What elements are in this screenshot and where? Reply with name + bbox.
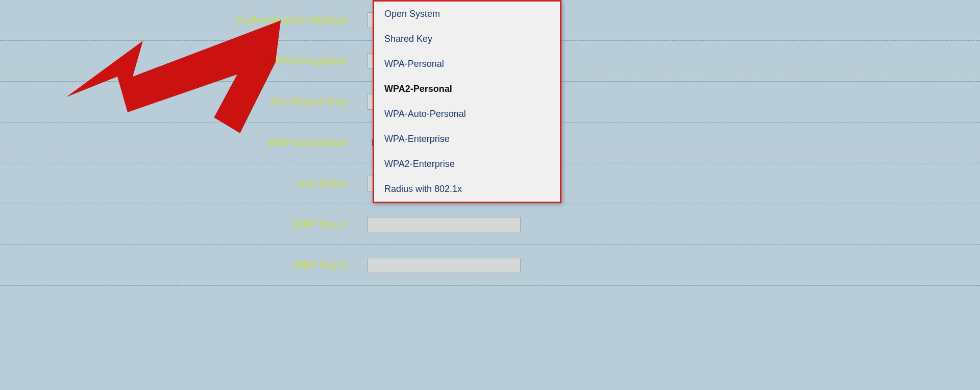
- control-wep-key-2: [357, 253, 980, 278]
- key-index-text: Key Index: [299, 178, 347, 189]
- label-authentication-method: Authentication Method: [0, 14, 357, 26]
- row-wep-key-1: WEP Key 1: [0, 204, 980, 245]
- dropdown-item-7[interactable]: Radius with 802.1x: [374, 177, 560, 202]
- wep-key-1-text: WEP Key 1: [294, 218, 347, 230]
- pre-shared-key-text: Pre-Shared Key: [271, 96, 347, 107]
- row-wep-key-2: WEP Key 2: [0, 245, 980, 286]
- label-wep-key-1: WEP Key 1: [0, 218, 357, 230]
- dropdown-item-2[interactable]: WPA-Personal: [374, 52, 560, 77]
- wpa-encryption-text: WPA Encryption: [268, 55, 347, 66]
- label-wpa-encryption: WPA Encryption: [0, 55, 357, 67]
- authentication-method-text: Authentication Method: [236, 14, 347, 26]
- dropdown-overlay: Open SystemShared KeyWPA-PersonalWPA2-Pe…: [373, 0, 561, 203]
- dropdown-item-3[interactable]: WPA2-Personal: [374, 77, 560, 102]
- dropdown-item-4[interactable]: WPA-Auto-Personal: [374, 102, 560, 127]
- label-key-index: Key Index: [0, 178, 357, 189]
- dropdown-item-6[interactable]: WPA2-Enterprise: [374, 152, 560, 177]
- wep-encryption-text: WEP Encryption: [268, 137, 347, 148]
- control-wep-key-1: [357, 212, 980, 237]
- label-pre-shared-key: Pre-Shared Key: [0, 96, 357, 108]
- label-wep-key-2: WEP Key 2: [0, 259, 357, 271]
- main-container: Authentication Method WPA2-Personal WPA …: [0, 0, 980, 390]
- dropdown-item-0[interactable]: Open System: [374, 2, 560, 27]
- dropdown-item-5[interactable]: WPA-Enterprise: [374, 127, 560, 152]
- dropdown-item-1[interactable]: Shared Key: [374, 27, 560, 52]
- wep-key-1-input[interactable]: [368, 217, 521, 232]
- label-wep-encryption: WEP Encryption: [0, 137, 357, 149]
- wep-key-2-text: WEP Key 2: [294, 259, 347, 271]
- wep-key-2-input[interactable]: [368, 258, 521, 273]
